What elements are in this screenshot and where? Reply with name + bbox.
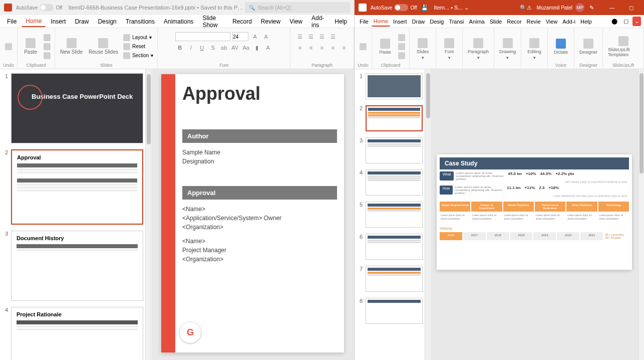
thumb-scrollbar-right[interactable] <box>425 69 431 360</box>
paste-button[interactable]: Paste <box>21 37 41 56</box>
section-button[interactable]: Section ▾ <box>122 52 154 60</box>
menu-draw[interactable]: Draw <box>71 17 93 27</box>
font-size-input[interactable] <box>232 32 248 41</box>
numbering-button[interactable]: ☰ <box>306 32 315 41</box>
menu-insert[interactable]: Insert <box>391 17 409 26</box>
indent-more-button[interactable]: ☰ <box>329 32 338 41</box>
search-icon[interactable]: 🔍 <box>520 5 527 11</box>
menu-design[interactable]: Desig <box>428 17 446 26</box>
menu-transitions[interactable]: Transi <box>447 17 466 26</box>
share-button[interactable]: ⌄ <box>632 17 641 26</box>
highlight-button[interactable]: ▮ <box>252 43 261 52</box>
spacing-button[interactable]: AV <box>230 43 239 52</box>
format-painter-button[interactable] <box>397 52 406 60</box>
pen-icon[interactable]: ✎ <box>589 5 594 11</box>
slide-thumb-2[interactable]: Approval <box>11 149 143 225</box>
menu-record[interactable]: Recor <box>505 17 523 26</box>
paste-button[interactable]: Paste <box>375 38 395 56</box>
stage-scrollbar-right[interactable] <box>638 69 644 360</box>
menu-help[interactable]: Help <box>331 17 351 27</box>
slide-thumb-2[interactable] <box>366 105 423 131</box>
menu-slideshow[interactable]: Slide Show <box>198 13 227 30</box>
align-left-button[interactable]: ≡ <box>295 43 304 52</box>
menu-file[interactable]: File <box>3 17 21 27</box>
menu-addins[interactable]: Add-i <box>560 17 577 26</box>
menu-home[interactable]: Home <box>372 17 390 27</box>
slide-thumb-6[interactable] <box>366 234 423 260</box>
reuse-slides-button[interactable]: Reuse Slides <box>87 37 120 56</box>
menu-insert[interactable]: Insert <box>47 17 70 27</box>
slide-thumb-4[interactable] <box>366 169 423 196</box>
bullets-button[interactable]: ☰ <box>295 32 304 41</box>
search-input[interactable]: 🔍 Search (Alt+Q) <box>245 2 350 13</box>
cut-button[interactable] <box>43 34 52 42</box>
format-painter-button[interactable] <box>43 52 52 60</box>
record-indicator-button[interactable]: ⬤ <box>609 17 619 26</box>
slide-thumb-3[interactable]: Document History <box>11 231 143 301</box>
menu-design[interactable]: Design <box>94 17 120 27</box>
menu-help[interactable]: Help <box>578 17 594 26</box>
align-center-button[interactable]: ≡ <box>306 43 315 52</box>
decrease-font-button[interactable]: A <box>261 32 270 41</box>
undo-button[interactable] <box>3 42 14 51</box>
menu-record[interactable]: Record <box>228 17 256 27</box>
menu-animations[interactable]: Animations <box>160 17 197 27</box>
strike-button[interactable]: S <box>208 43 217 52</box>
drawing-button[interactable]: Drawing▾ <box>497 37 518 61</box>
font-button[interactable]: Font▾ <box>439 37 459 61</box>
menu-addins[interactable]: Add-ins <box>307 13 330 30</box>
menu-slideshow[interactable]: Slide <box>488 17 504 26</box>
align-right-button[interactable]: ≡ <box>317 43 327 52</box>
reset-button[interactable]: Reset <box>122 43 154 51</box>
case-button[interactable]: Aa <box>241 43 250 52</box>
user-badge[interactable]: Muzammil Patel MP <box>537 3 584 12</box>
slide-thumb-5[interactable] <box>366 202 423 228</box>
columns-button[interactable]: ≡ <box>340 43 349 52</box>
menu-file[interactable]: File <box>358 17 371 26</box>
underline-button[interactable]: U <box>197 43 206 52</box>
slide-thumb-1[interactable] <box>366 73 423 99</box>
slide-thumb-8[interactable] <box>366 298 423 324</box>
font-color-button[interactable]: A <box>263 43 272 52</box>
minimize-button[interactable]: — <box>603 2 621 13</box>
maximize-button[interactable]: ▢ <box>622 2 640 13</box>
justify-button[interactable]: ≡ <box>329 43 338 52</box>
autosave-toggle[interactable]: AutoSave Off <box>16 4 63 11</box>
slide-thumb-1[interactable]: Business Case PowerPoint Deck <box>11 73 143 143</box>
undo-button[interactable] <box>358 42 369 51</box>
font-family-select[interactable] <box>175 32 230 41</box>
new-slide-button[interactable]: New Slide <box>58 37 85 56</box>
menu-view[interactable]: View <box>544 17 560 26</box>
present-button[interactable]: ▢ <box>621 17 630 26</box>
slide-canvas-right[interactable]: Case Study What Lorem ipsum dolor sit am… <box>437 154 632 270</box>
thumb-scrollbar[interactable] <box>145 69 151 360</box>
italic-button[interactable]: I <box>186 43 195 52</box>
increase-font-button[interactable]: A <box>250 32 259 41</box>
layout-button[interactable]: Layout ▾ <box>122 34 154 42</box>
paragraph-button[interactable]: Paragraph▾ <box>466 37 491 61</box>
slides-button[interactable]: Slides▾ <box>413 37 433 61</box>
cut-button[interactable] <box>397 34 406 42</box>
menu-review[interactable]: Revie <box>525 17 543 26</box>
save-icon[interactable]: 💾 <box>421 5 428 11</box>
menu-view[interactable]: View <box>285 17 306 27</box>
slide-thumb-7[interactable] <box>366 266 423 292</box>
designer-button[interactable]: Designer <box>577 38 599 56</box>
slide-thumb-3[interactable] <box>366 137 423 163</box>
editing-button[interactable]: Editing▾ <box>524 37 544 61</box>
menu-home[interactable]: Home <box>22 16 46 27</box>
autosave-toggle[interactable]: AutoSave Off <box>371 4 417 11</box>
menu-transitions[interactable]: Transitions <box>122 17 159 27</box>
menu-review[interactable]: Review <box>257 17 284 27</box>
menu-draw[interactable]: Draw <box>410 17 427 26</box>
slide-thumb-4[interactable]: Project Rationale <box>11 307 143 360</box>
copy-button[interactable] <box>43 43 52 51</box>
slide-canvas-left[interactable]: Approval Author Sample Name Designation … <box>161 74 344 352</box>
dictate-button[interactable]: Dictate <box>551 38 571 56</box>
copy-button[interactable] <box>397 43 406 51</box>
templates-button[interactable]: SlideUpLift Templates <box>606 35 640 58</box>
menu-animations[interactable]: Anima <box>467 17 487 26</box>
shadow-button[interactable]: ab <box>219 43 228 52</box>
indent-less-button[interactable]: ☰ <box>317 32 327 41</box>
bold-button[interactable]: B <box>175 43 184 52</box>
